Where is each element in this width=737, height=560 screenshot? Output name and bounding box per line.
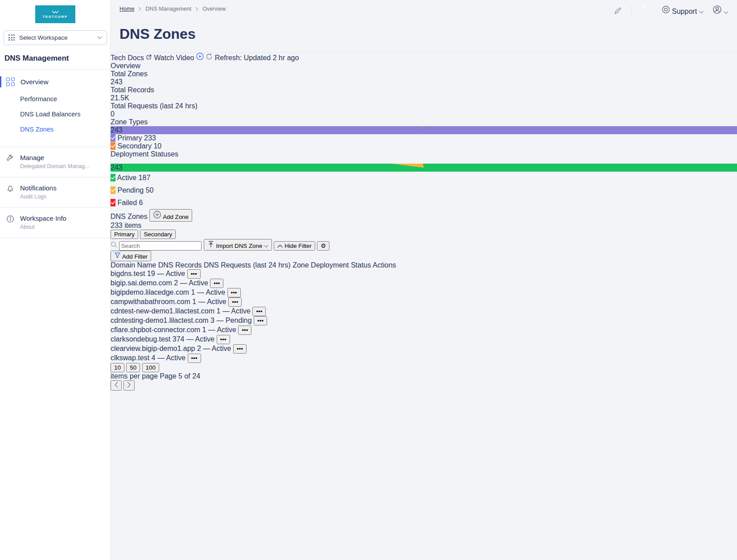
status-cell: Active: [166, 354, 186, 362]
sidebar-item-dns-load-balancers[interactable]: DNS Load Balancers: [0, 107, 110, 122]
breadcrumb-dns-management[interactable]: DNS Management: [145, 6, 191, 12]
add-filter-button[interactable]: Add Filter: [111, 251, 151, 261]
row-actions-button[interactable]: •••: [254, 316, 267, 325]
pen-icon[interactable]: [613, 6, 622, 15]
checkbox-icon[interactable]: [111, 142, 115, 150]
sidebar-item-overview[interactable]: Overview: [0, 72, 110, 91]
page-size-100[interactable]: 100: [142, 363, 159, 372]
sidebar-item-manage[interactable]: Manage Delegated Domain Manag...: [0, 147, 110, 177]
domain-link[interactable]: cdntesting-demo1.lilactest.com: [111, 317, 209, 324]
legend-item-pending[interactable]: Pending 50: [111, 184, 737, 197]
sidebar-item-sublabel: Audit Logs: [20, 194, 57, 200]
sidebar-item-workspace-info[interactable]: Workspace Info About: [0, 207, 110, 238]
checkbox-icon[interactable]: [111, 199, 115, 206]
status-label: Active: [166, 270, 185, 277]
total-requests-link[interactable]: Total Requests (last 24 hrs): [111, 102, 737, 110]
zone-types-legend: Primary 233 Secondary 10: [111, 134, 737, 150]
next-page-button[interactable]: [124, 380, 135, 391]
card-title: Zone Types: [111, 118, 737, 126]
workspace-selector-label: Select Workspace: [19, 34, 68, 41]
dns-records-value: 1: [192, 298, 196, 305]
table-row: campwithabathroom.com 1 — Active •••: [111, 297, 737, 307]
status-cell: Active: [166, 270, 185, 277]
play-circle-icon: [196, 53, 204, 60]
import-dns-zone-button[interactable]: Import DNS Zone: [204, 239, 272, 251]
hide-filter-button[interactable]: Hide Filter: [274, 241, 315, 251]
tab-primary[interactable]: Primary: [111, 230, 138, 239]
legend-item-failed[interactable]: Failed 6: [111, 197, 737, 209]
row-actions-button[interactable]: •••: [233, 344, 247, 354]
workspace-selector[interactable]: Select Workspace: [4, 30, 107, 45]
bell-icon: [6, 185, 14, 193]
previous-page-button[interactable]: [111, 380, 122, 391]
domain-link[interactable]: clearview.bigip-demo1.app: [111, 345, 195, 352]
domain-link[interactable]: cdntest-new-demo1.lilactest.com: [111, 307, 214, 315]
row-actions-button[interactable]: •••: [228, 297, 242, 307]
dns-requests-value: —: [157, 354, 165, 362]
sidebar-item-sublabel: About: [20, 224, 66, 230]
table-settings-gear-icon[interactable]: ⚙: [317, 241, 329, 251]
dns-requests-value: —: [186, 335, 194, 343]
legend-item-active[interactable]: Active 187: [111, 172, 737, 184]
support-label: Support: [672, 8, 697, 15]
legend-value: 10: [153, 142, 161, 150]
row-actions-button[interactable]: •••: [187, 269, 201, 279]
subheader: Tech Docs Watch Video Refresh: Updated 2…: [111, 53, 737, 62]
search-input[interactable]: [119, 241, 202, 251]
domain-link[interactable]: bigip.sai.demo.com: [111, 279, 172, 287]
dns-requests-value: —: [216, 317, 223, 324]
chevron-down-icon: [724, 11, 728, 14]
tech-docs-link[interactable]: Tech Docs: [111, 54, 154, 62]
ai-assistant-icon[interactable]: [641, 4, 653, 16]
sidebar-item-notifications[interactable]: Notifications Audit Logs: [0, 177, 110, 207]
sidebar-item-dns-zones[interactable]: DNS Zones: [0, 122, 110, 137]
support-menu[interactable]: Support: [662, 5, 704, 16]
watch-video-link[interactable]: Watch Video: [154, 54, 206, 62]
summary-cards: Overview Total Zones 243 Total Records 2…: [111, 62, 737, 209]
search-box[interactable]: [111, 242, 204, 249]
info-icon: [6, 215, 14, 223]
legend-item-secondary[interactable]: Secondary 10: [111, 142, 737, 150]
row-actions-button[interactable]: •••: [217, 335, 230, 344]
refresh-button[interactable]: Refresh: Updated 2 hr ago: [206, 54, 299, 62]
search-icon: [111, 241, 117, 248]
legend-value: 50: [146, 186, 154, 194]
sidebar-item-performance[interactable]: Performance: [0, 91, 110, 107]
status-cell: Active: [207, 298, 226, 305]
checkbox-icon[interactable]: [111, 186, 115, 194]
page-size-10[interactable]: 10: [111, 363, 124, 372]
row-actions-button[interactable]: •••: [252, 307, 266, 316]
domain-link[interactable]: clarksondebug.test: [111, 335, 170, 343]
domain-link[interactable]: cflare.shpbot-connector.com: [111, 326, 200, 334]
deployment-statuses-card: Deployment Statuses 243 Active 187 Pendi…: [111, 150, 737, 209]
page-indicator: Page 5 of 24: [160, 372, 200, 380]
card-title: Overview: [111, 62, 737, 70]
grid-dots-icon: [8, 34, 15, 41]
main-content: Home DNS Management Overview Support: [111, 0, 737, 560]
tab-secondary[interactable]: Secondary: [140, 230, 176, 239]
checkbox-icon[interactable]: [111, 174, 115, 181]
domain-link[interactable]: bigdns.test: [111, 270, 145, 277]
breadcrumb-home[interactable]: Home: [119, 6, 134, 12]
row-actions-button[interactable]: •••: [188, 354, 201, 363]
row-actions-button[interactable]: •••: [238, 325, 251, 335]
column-header-domain-name[interactable]: Domain Name: [111, 261, 158, 269]
account-menu[interactable]: [712, 5, 728, 16]
row-actions-button[interactable]: •••: [210, 279, 223, 288]
row-actions-button[interactable]: •••: [227, 288, 241, 297]
chevron-down-icon: [699, 11, 704, 14]
domain-link[interactable]: bigipdemo.lilacedge.com: [111, 288, 189, 296]
domain-link[interactable]: campwithabathroom.com: [111, 298, 190, 305]
app-root: TESTCORP Select Workspace DNS Management…: [0, 0, 737, 560]
checkbox-icon[interactable]: [111, 134, 115, 142]
breadcrumb-overview[interactable]: Overview: [202, 6, 226, 12]
table-header-row: Domain Name DNS Records DNS Requests (la…: [111, 261, 737, 269]
domain-link[interactable]: clkswap.test: [111, 354, 149, 362]
legend-item-primary[interactable]: Primary 233: [111, 134, 737, 142]
status-label: Pending: [226, 317, 252, 324]
column-header-deployment-status: Zone Deployment Status: [292, 261, 371, 269]
add-zone-button[interactable]: Add Zone: [149, 209, 192, 222]
add-filter-label: Add Filter: [122, 253, 148, 260]
total-records-label: Total Records: [111, 86, 737, 94]
page-size-50[interactable]: 50: [126, 363, 140, 372]
